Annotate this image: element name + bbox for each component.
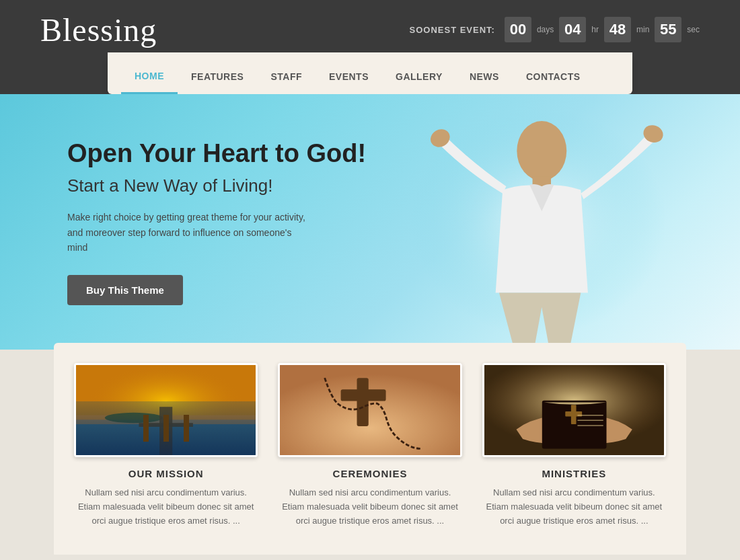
card-ministries-text: Nullam sed nisi arcu condimentum varius.… [482, 486, 666, 528]
svg-rect-11 [139, 423, 192, 427]
svg-point-9 [105, 413, 163, 423]
card-image-ceremonies [278, 363, 461, 457]
svg-rect-10 [159, 407, 172, 455]
countdown-sec-unit: sec [687, 25, 700, 34]
countdown-label: SOONEST EVENT: [410, 25, 495, 35]
nav-staff[interactable]: STAFF [257, 59, 316, 94]
svg-rect-21 [565, 411, 582, 417]
countdown-days-unit: days [537, 25, 554, 34]
buy-theme-button[interactable]: Buy This Theme [67, 275, 183, 305]
nav-events[interactable]: EVENTS [316, 59, 382, 94]
nav-home[interactable]: HOME [121, 59, 178, 94]
hero-heading1: Open Your Heart to God! [67, 138, 366, 169]
svg-rect-7 [76, 419, 256, 455]
cards-section: OUR MISSION Nullam sed nisi arcu condime… [54, 343, 686, 555]
card-image-mission [74, 363, 258, 457]
nav-contacts[interactable]: CONTACTS [513, 59, 594, 94]
card-ministries: MINISTRIES Nullam sed nisi arcu condimen… [482, 363, 666, 528]
card-mission: OUR MISSION Nullam sed nisi arcu condime… [74, 363, 258, 528]
countdown-hr-value: 04 [559, 17, 586, 42]
card-ceremonies-title: CEREMONIES [278, 468, 461, 479]
mission-image [76, 365, 256, 455]
card-mission-title: OUR MISSION [74, 468, 258, 479]
card-image-ministries [482, 363, 666, 457]
card-ministries-title: MINISTRIES [482, 468, 666, 479]
countdown-days-value: 00 [505, 17, 531, 42]
main-nav: HOME FEATURES STAFF EVENTS GALLERY NEWS … [108, 59, 632, 94]
card-mission-text: Nullam sed nisi arcu condimentum varius.… [74, 486, 258, 528]
navigation-wrapper: HOME FEATURES STAFF EVENTS GALLERY NEWS … [108, 59, 632, 94]
hero-heading2: Start a New Way of Living! [67, 175, 366, 196]
svg-rect-15 [357, 378, 369, 426]
svg-point-1 [517, 121, 566, 181]
site-logo: Blessing [40, 11, 157, 48]
countdown-min-value: 48 [604, 17, 631, 42]
nav-news[interactable]: NEWS [456, 59, 513, 94]
hero-section: Open Your Heart to God! Start a New Way … [0, 94, 740, 350]
countdown-area: SOONEST EVENT: 00 days 04 hr 48 min 55 s… [410, 17, 700, 42]
svg-rect-8 [76, 415, 256, 424]
nav-gallery[interactable]: GALLERY [382, 59, 456, 94]
countdown-min-unit: min [636, 25, 649, 34]
svg-rect-6 [76, 365, 256, 455]
ceremonies-image [280, 365, 459, 455]
card-ceremonies-text: Nullam sed nisi arcu condimentum varius.… [278, 486, 461, 528]
hero-image [370, 94, 706, 350]
countdown-sec-value: 55 [655, 17, 681, 42]
svg-rect-14 [280, 365, 459, 455]
svg-rect-16 [341, 389, 386, 401]
hero-text-block: Open Your Heart to God! Start a New Way … [67, 138, 366, 306]
ministries-image [484, 365, 664, 455]
site-header: Blessing SOONEST EVENT: 00 days 04 hr 48… [0, 0, 740, 59]
card-ceremonies: CEREMONIES Nullam sed nisi arcu condimen… [278, 363, 461, 528]
hero-person-svg [370, 94, 706, 350]
hero-description: Make right choice by getting great theme… [67, 210, 309, 255]
countdown-hr-unit: hr [591, 25, 599, 34]
nav-features[interactable]: FEATURES [178, 59, 257, 94]
